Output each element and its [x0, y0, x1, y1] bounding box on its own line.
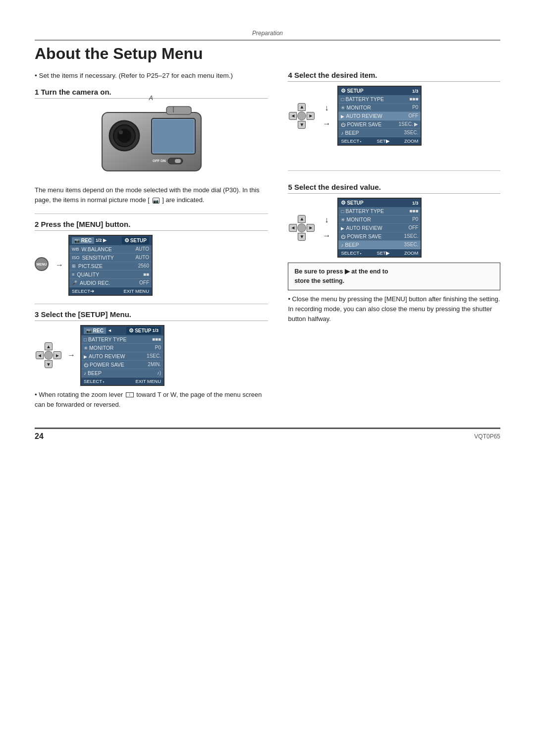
step5-nav-group: ▲ ▼ ◄ ► — [288, 214, 316, 242]
fw-left[interactable]: ◄ — [36, 351, 44, 359]
step3-note: When rotating the zoom lever ↕ toward T … — [35, 390, 268, 410]
col-right: 4 Select the desired item. ▲ ▼ ◄ ► — [288, 71, 500, 418]
step5-fw-right[interactable]: ► — [307, 224, 315, 232]
step3-tab-arrow: ◄ — [107, 328, 112, 333]
step4-lcd-container: ▲ ▼ ◄ ► ↓ → — [288, 86, 500, 146]
camera-icon-inline: 📷 — [153, 198, 160, 204]
step1-section: 1 Turn the camera on. A — [35, 88, 268, 205]
step1-note: The menu items depend on the mode select… — [35, 185, 268, 205]
step3-fourway-group: ▲ ▼ ◄ ► — [35, 341, 62, 369]
intro-bullet1: Set the items if necessary. (Refer to P2… — [35, 72, 233, 79]
step5-row-powersave: POWER SAVE 1SEC. — [338, 232, 421, 241]
setup-icon — [124, 237, 129, 244]
step4-lcd-footer: SELECT⬩ SET▶ ZOOM — [338, 137, 421, 145]
section-label: Preparation — [35, 30, 500, 37]
ps-icon4 — [341, 121, 345, 127]
step5-four-way[interactable]: ▲ ▼ ◄ ► — [289, 215, 315, 241]
step4-row-battery: BATTERY TYPE ■■■ — [338, 95, 421, 104]
step5-row-autoreview: AUTO REVIEW OFF — [338, 224, 421, 232]
page-number: 24 — [35, 432, 44, 441]
zoom-lever-icon: ↕ — [126, 392, 134, 397]
step4-fw-center[interactable] — [297, 111, 306, 120]
bat-icon5 — [341, 208, 344, 214]
step5-row-battery: BATTERY TYPE ■■■ — [338, 207, 421, 216]
mon-icon5 — [341, 216, 345, 222]
lcd-fraction: 1/2 — [96, 238, 102, 243]
ar-icon4 — [341, 113, 344, 119]
step3-row-battery: BATTERY TYPE ■■■ — [81, 335, 163, 344]
step3-row-powersave: POWER SAVE 2MIN. — [81, 361, 163, 369]
step3-lcd: 📷 REC ◄ SETUP 1/3 BATTERY TYPE — [80, 325, 164, 386]
step2-heading: 2 Press the [MENU] button. — [35, 220, 268, 231]
step4-5-container: 4 Select the desired item. ▲ ▼ ◄ ► — [288, 71, 500, 337]
step5-important-box: Be sure to press ▶ at the end to store t… — [288, 263, 500, 290]
step4-row-powersave: POWER SAVE 1SEC. ▶ — [338, 120, 421, 129]
camera-label-a: A — [149, 95, 153, 102]
step5-row-beep: BEEP 3SEC. — [338, 241, 421, 249]
step4-lcd-header: SETUP 1/3 — [338, 87, 421, 95]
step5-arrow-group: ↓ → — [322, 216, 330, 240]
page-title: About the Setup Menu — [35, 45, 500, 63]
step5-down-arrow: ↓ — [324, 216, 328, 224]
page: Preparation About the Setup Menu Set the… — [0, 0, 535, 756]
divider3 — [288, 170, 500, 171]
step4-arrow-group: ↓ → — [322, 104, 330, 128]
step3-tab-rec: 📷 REC — [84, 327, 106, 334]
step3-row-monitor: MONITOR P0 — [81, 344, 163, 352]
step3-lcd-header: 📷 REC ◄ SETUP 1/3 — [81, 326, 163, 335]
step4-heading: 4 Select the desired item. — [288, 71, 500, 82]
col-left: Set the items if necessary. (Refer to P2… — [35, 71, 268, 418]
step4-fw-right[interactable]: ► — [307, 112, 315, 120]
setup-icon5 — [341, 200, 346, 206]
step2-menu-group: MENU — [35, 257, 49, 273]
fw-center[interactable] — [44, 351, 53, 360]
camera-diagram: A — [35, 104, 268, 178]
step5-fw-center[interactable] — [297, 223, 306, 232]
lcd-row-wbalance: WB W.BALANCE AUTO — [69, 245, 152, 254]
step3-lcd-footer: SELECT⬩ EXIT MENU — [81, 378, 163, 385]
svg-rect-7 — [153, 120, 194, 153]
step4-row-monitor: MONITOR P0 — [338, 104, 421, 112]
bp-icon5 — [341, 242, 343, 248]
step2-section: 2 Press the [MENU] button. MENU → — [35, 220, 268, 296]
intro-text: Set the items if necessary. (Refer to P2… — [35, 71, 268, 81]
two-column-layout: Set the items if necessary. (Refer to P2… — [35, 71, 500, 418]
svg-rect-10 — [175, 159, 181, 163]
step4-four-way[interactable]: ▲ ▼ ◄ ► — [289, 103, 315, 129]
step4-nav-group: ▲ ▼ ◄ ► — [288, 102, 316, 130]
fw-right[interactable]: ► — [54, 351, 61, 359]
fw-up[interactable]: ▲ — [45, 342, 53, 350]
step5-fw-up[interactable]: ▲ — [298, 215, 306, 223]
setup-icon4 — [341, 88, 346, 94]
four-way-control[interactable]: ▲ ▼ ◄ ► — [36, 342, 61, 368]
ar-icon5 — [341, 225, 344, 231]
fw-down[interactable]: ▼ — [45, 360, 53, 368]
lcd-row-pictsize: ⊞ PICT.SIZE 2560 — [69, 262, 152, 270]
step2-lcd: 📷 REC 1/2 ▶ SETUP WB W.BALANCE — [68, 235, 153, 296]
step5-right-arrow: → — [322, 231, 330, 240]
divider2 — [35, 304, 268, 304]
svg-point-5 — [119, 130, 123, 134]
step4-fw-left[interactable]: ◄ — [289, 112, 297, 120]
lcd-arrow: ▶ — [103, 238, 107, 243]
step4-down-arrow: ↓ — [324, 104, 328, 112]
step5-section: 5 Select the desired value. ▲ ▼ ◄ ► — [288, 183, 500, 329]
monitor-icon — [84, 345, 88, 351]
step3-tab-setup: SETUP 1/3 — [126, 327, 161, 334]
bp-icon4 — [341, 130, 343, 136]
page-number-row: 24 VQT0P65 — [35, 432, 500, 441]
setup-icon3 — [129, 327, 134, 334]
step5-fw-down[interactable]: ▼ — [298, 233, 306, 241]
step5-fw-left[interactable]: ◄ — [289, 224, 297, 232]
step5-row-monitor: MONITOR P0 — [338, 216, 421, 224]
lcd-row-sensitivity: ISO SENSITIVITY AUTO — [69, 254, 152, 262]
step4-fw-up[interactable]: ▲ — [298, 103, 306, 111]
step5-lcd-footer: SELECT⬩ SET▶ ZOOM — [338, 249, 421, 257]
menu-button[interactable]: MENU — [35, 257, 49, 271]
step4-fw-down[interactable]: ▼ — [298, 121, 306, 129]
step3-row-beep: BEEP ♪) — [81, 369, 163, 378]
step5-heading: 5 Select the desired value. — [288, 183, 500, 194]
camera-svg: OFF ON — [97, 104, 206, 177]
step5-note: Close the menu by pressing the [MENU] bu… — [288, 294, 500, 324]
top-rule — [35, 40, 500, 41]
